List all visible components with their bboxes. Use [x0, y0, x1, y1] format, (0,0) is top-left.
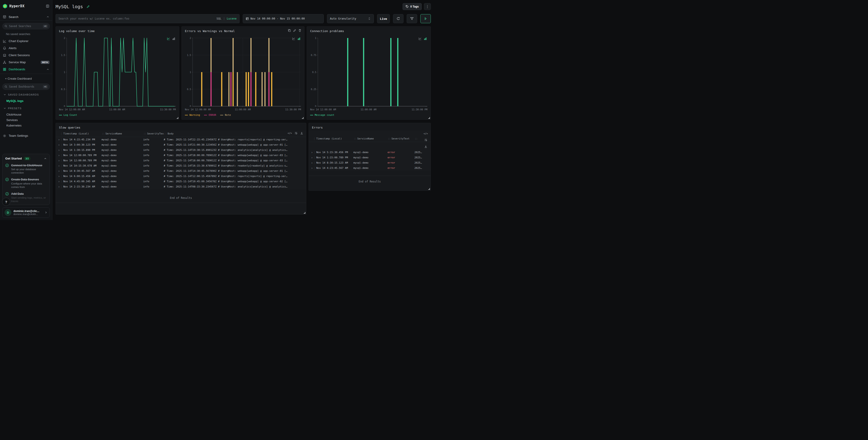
code-view-icon[interactable]: </>: [287, 132, 292, 134]
chart-plot[interactable]: 00.511.52: [185, 37, 301, 107]
expand-row-icon[interactable]: ›: [58, 154, 61, 157]
live-button[interactable]: Live: [377, 14, 390, 23]
sidebar-item-services[interactable]: Services: [0, 117, 52, 123]
wrap-lines-icon[interactable]: [424, 138, 427, 141]
sidebar-item-team-settings[interactable]: Team Settings: [0, 132, 52, 139]
column-header-body[interactable]: ⋮⋮Body: [164, 132, 304, 135]
user-menu[interactable]: D dominic.tran@clic... dominic.tran@clic…: [2, 207, 50, 218]
drag-handle-icon[interactable]: ⋮⋮: [143, 133, 146, 135]
sidebar-item-mysql-logs[interactable]: MySQL logs: [0, 98, 52, 103]
line-view-toggle-icon[interactable]: [167, 37, 170, 40]
sidebar-item-search[interactable]: Search: [0, 13, 52, 21]
chevron-up-icon[interactable]: [46, 15, 50, 19]
resize-handle[interactable]: [177, 117, 178, 119]
event-search-input[interactable]: [59, 17, 217, 20]
chevron-up-icon[interactable]: [46, 68, 50, 71]
table-row[interactable]: ›Nov 14 8:30:45.567 AMmysql-demoinfo# Ti…: [56, 168, 306, 174]
drag-handle-icon[interactable]: ⋮⋮: [164, 133, 166, 135]
drag-handle-icon[interactable]: ⋮⋮: [101, 133, 104, 135]
resize-handle[interactable]: [428, 188, 430, 190]
expand-row-icon[interactable]: ›: [58, 159, 61, 162]
expand-row-icon[interactable]: ›: [58, 138, 61, 141]
line-view-toggle-icon[interactable]: [292, 37, 295, 40]
event-search[interactable]: SQL | Lucene: [56, 14, 240, 23]
help-button[interactable]: ?: [2, 198, 10, 206]
sidebar-item-alerts[interactable]: Alerts: [0, 44, 52, 52]
edit-chart-icon[interactable]: [293, 29, 296, 32]
wrap-lines-icon[interactable]: [294, 132, 298, 135]
column-header-severitytext[interactable]: ⋮⋮SeverityText: [388, 137, 414, 140]
expand-row-icon[interactable]: ›: [58, 148, 61, 152]
lucene-toggle[interactable]: Lucene: [227, 17, 237, 20]
table-row[interactable]: ›Nov 14 1:30:15.890 PMmysql-demoinfo# Ti…: [56, 147, 306, 153]
bar-view-toggle-icon[interactable]: [172, 37, 175, 40]
expand-row-icon[interactable]: ›: [58, 185, 61, 189]
legend-item[interactable]: Note: [220, 113, 231, 116]
refresh-button[interactable]: [393, 14, 403, 23]
sql-toggle[interactable]: SQL: [217, 17, 222, 20]
resize-handle[interactable]: [302, 117, 304, 119]
sidebar-item-client-sessions[interactable]: Client Sessions: [0, 52, 52, 59]
saved-searches-field[interactable]: [9, 25, 41, 28]
edit-title-icon[interactable]: [87, 5, 90, 8]
expand-row-icon[interactable]: ›: [311, 150, 314, 154]
saved-dashboards-input[interactable]: ⌘K: [2, 83, 50, 90]
delete-chart-icon[interactable]: [298, 29, 302, 32]
table-row[interactable]: ›Nov 14 12:00:00.789 PMmysql-demoinfo# T…: [56, 153, 306, 158]
run-query-button[interactable]: [420, 14, 431, 23]
expand-row-icon[interactable]: ›: [311, 161, 314, 165]
sidebar-item-kubernetes[interactable]: Kubernetes: [0, 123, 52, 128]
sidebar-item-service-map[interactable]: Service Map BETA: [0, 59, 52, 66]
section-saved-dashboards[interactable]: SAVED DASHBOARDS: [3, 93, 52, 96]
table-row[interactable]: ›Nov 14 8:30:15.123 AMmysql-demoerror202…: [309, 160, 431, 165]
duplicate-chart-icon[interactable]: [288, 29, 291, 32]
filters-button[interactable]: [407, 14, 417, 23]
legend-item[interactable]: ERROR: [204, 113, 216, 116]
resize-handle[interactable]: [304, 212, 305, 214]
resize-handle[interactable]: [428, 117, 430, 119]
bar-view-toggle-icon[interactable]: [298, 37, 301, 40]
chevron-up-icon[interactable]: [44, 157, 47, 160]
get-started-step[interactable]: Add DataStart sending logs, metrics, or …: [5, 192, 47, 203]
get-started-step[interactable]: Create Data SourcesConfigure where your …: [5, 177, 47, 189]
code-view-icon[interactable]: </>: [424, 132, 428, 135]
expand-row-icon[interactable]: ›: [58, 180, 61, 183]
download-icon[interactable]: [300, 132, 303, 135]
table-row[interactable]: ›Nov 14 3:00:30.123 PMmysql-demoinfo# Ti…: [56, 142, 306, 147]
legend-item[interactable]: Message count: [310, 113, 334, 116]
column-header-severitytext[interactable]: ⋮⋮SeverityText: [143, 132, 164, 135]
tags-button[interactable]: 0 Tags: [403, 3, 422, 10]
expand-row-icon[interactable]: ›: [311, 156, 314, 159]
legend-item[interactable]: Log Count: [59, 113, 77, 116]
column-header-servicename[interactable]: ⋮⋮ServiceName: [353, 137, 388, 140]
time-range-picker[interactable]: Nov 14 00:00:00 - Nov 15 00:00:00: [243, 14, 324, 23]
chart-plot[interactable]: 00.250.50.751: [310, 37, 427, 107]
sidebar-item-chart-explorer[interactable]: Chart Explorer: [0, 38, 52, 44]
saved-searches-input[interactable]: ⌘K: [2, 23, 50, 29]
section-presets[interactable]: PRESETS: [3, 107, 52, 110]
table-row[interactable]: ›Nov 14 12:00:00.789 PMmysql-demoinfo# T…: [56, 158, 306, 163]
saved-dashboards-field[interactable]: [9, 85, 41, 88]
table-row[interactable]: ›Nov 14 2:15:30.234 AMmysql-demoinfo# Ti…: [56, 184, 306, 189]
column-header-timestamp[interactable]: Timestamp (Local): [63, 132, 101, 135]
drag-handle-icon[interactable]: ⋮⋮: [353, 138, 356, 140]
sidebar-item-dashboards[interactable]: Dashboards: [0, 66, 52, 73]
legend-item[interactable]: Warning: [185, 113, 200, 116]
expand-row-icon[interactable]: ›: [58, 143, 61, 146]
drag-handle-icon[interactable]: ⋮⋮: [414, 138, 417, 140]
bar-view-toggle-icon[interactable]: [424, 37, 427, 40]
create-dashboard-button[interactable]: + Create Dashboard: [5, 76, 52, 81]
line-view-toggle-icon[interactable]: [418, 37, 422, 40]
table-row[interactable]: ›Nov 14 10:15:30.678 AMmysql-demoinfo# T…: [56, 163, 306, 168]
download-icon[interactable]: [424, 145, 427, 148]
more-options-button[interactable]: ⋮: [424, 3, 431, 10]
expand-row-icon[interactable]: ›: [58, 174, 61, 178]
table-row[interactable]: ›Nov 14 4:23:45.567 AMmysql-demoerror202…: [309, 165, 431, 171]
table-row[interactable]: ›Nov 14 5:15:30.456 PMmysql-demoerror202…: [309, 150, 431, 155]
expand-row-icon[interactable]: ›: [58, 169, 61, 173]
drag-handle-icon[interactable]: ⋮⋮: [388, 138, 390, 140]
table-row[interactable]: ›Nov 14 6:00:15.456 AMmysql-demoinfo# Ti…: [56, 174, 306, 179]
column-header-timestamp[interactable]: Timestamp (Local): [316, 137, 353, 140]
granularity-select[interactable]: Auto Granularity: [327, 14, 374, 23]
column-header-servicename[interactable]: ⋮⋮ServiceName: [101, 132, 143, 135]
